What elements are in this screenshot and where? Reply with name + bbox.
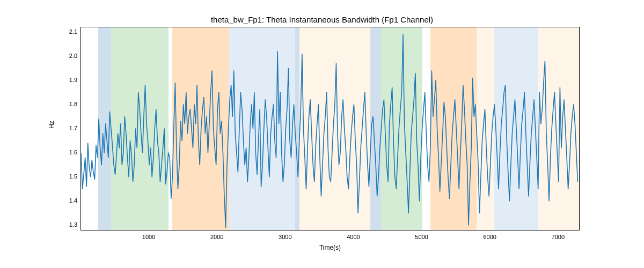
- y-tick-label: 1.4: [69, 197, 77, 204]
- y-tick-label: 1.5: [69, 173, 77, 180]
- y-axis-label: Hz: [48, 121, 55, 129]
- y-tick-label: 1.8: [69, 101, 77, 107]
- x-tick-label: 3000: [279, 234, 291, 240]
- x-tick-label: 6000: [483, 234, 496, 240]
- x-axis-label: Time(s): [80, 244, 580, 251]
- y-tick-label: 1.7: [69, 125, 77, 131]
- x-tick-label: 5000: [415, 234, 428, 240]
- x-tick-label: 7000: [552, 234, 565, 240]
- y-tick-label: 1.9: [69, 77, 77, 83]
- y-tick-label: 1.3: [69, 221, 77, 228]
- x-tick-label: 4000: [347, 234, 360, 240]
- x-tick-label: 1000: [142, 234, 155, 240]
- chart-title: theta_bw_Fp1: Theta Instantaneous Bandwi…: [0, 15, 644, 24]
- line-series: [81, 27, 579, 230]
- plot-area: [80, 27, 580, 230]
- y-tick-label: 2.0: [69, 53, 77, 59]
- y-tick-label: 1.6: [69, 149, 77, 155]
- y-tick-label: 2.1: [69, 28, 77, 35]
- x-tick-label: 2000: [210, 234, 223, 240]
- chart-container: theta_bw_Fp1: Theta Instantaneous Bandwi…: [0, 0, 644, 268]
